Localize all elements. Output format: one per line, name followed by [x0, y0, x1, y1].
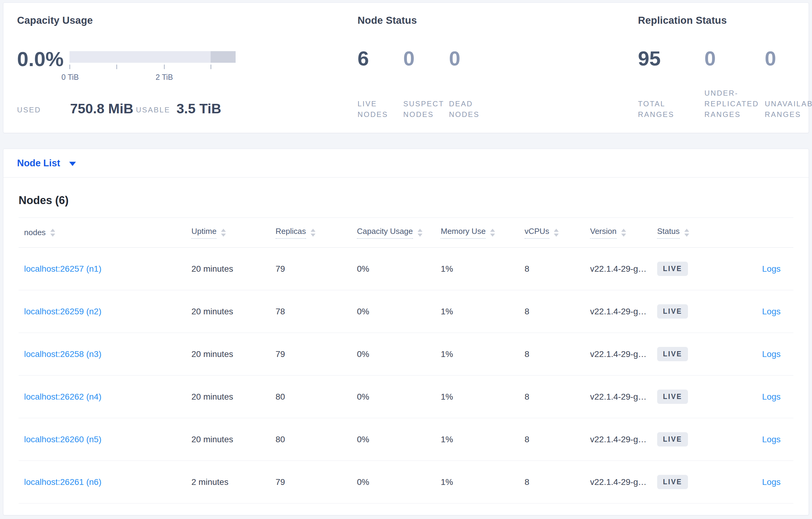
- column-header-uptime[interactable]: Uptime: [192, 226, 276, 239]
- column-header-capacity-usage[interactable]: Capacity Usage: [357, 226, 441, 239]
- version-cell: v22.1.4-29-g…: [590, 477, 657, 487]
- sort-icon: [221, 229, 226, 237]
- logs-link[interactable]: Logs: [762, 264, 781, 274]
- capacity-usage-title: Capacity Usage: [17, 14, 93, 26]
- column-header-status[interactable]: Status: [657, 226, 717, 239]
- vcpus-cell: 8: [525, 392, 590, 402]
- node-address-link[interactable]: localhost:26257 (n1): [24, 264, 102, 274]
- memory-use-cell: 1%: [441, 349, 525, 359]
- used-label: USED: [17, 106, 41, 114]
- status-badge: LIVE: [657, 304, 688, 318]
- replicas-cell: 79: [276, 477, 357, 487]
- cluster-overview-page: Capacity Usage 0.0% 0 TiB 2 TiB USED 750…: [0, 0, 812, 519]
- logs-link[interactable]: Logs: [762, 392, 781, 401]
- node-address-link[interactable]: localhost:26258 (n3): [24, 349, 102, 359]
- status-badge: LIVE: [657, 432, 688, 447]
- cluster-summary-card: Capacity Usage 0.0% 0 TiB 2 TiB USED 750…: [3, 2, 809, 133]
- vcpus-cell: 8: [525, 435, 590, 445]
- sort-icon: [50, 229, 55, 237]
- capacity-usage-bar: [69, 51, 236, 63]
- stat-dead-nodes: 0 DEAD NODES: [449, 48, 513, 120]
- status-badge: LIVE: [657, 262, 688, 276]
- node-address-link[interactable]: localhost:26259 (n2): [24, 307, 102, 316]
- node-list-dropdown-label: Node List: [17, 158, 60, 169]
- under-replicated-label: UNDER- REPLICATED RANGES: [704, 88, 759, 120]
- status-badge: LIVE: [657, 390, 688, 404]
- capacity-usage-cell: 0%: [357, 307, 441, 316]
- table-row: localhost:26257 (n1) 20 minutes 79 0% 1%…: [19, 248, 793, 290]
- replicas-cell: 79: [276, 264, 357, 274]
- version-cell: v22.1.4-29-g…: [590, 349, 657, 359]
- uptime-cell: 2 minutes: [192, 477, 276, 487]
- logs-link[interactable]: Logs: [762, 307, 781, 316]
- node-list-dropdown[interactable]: Node List: [3, 149, 809, 178]
- logs-link[interactable]: Logs: [762, 477, 781, 487]
- version-cell: v22.1.4-29-g…: [590, 435, 657, 445]
- column-header-replicas[interactable]: Replicas: [276, 226, 357, 239]
- memory-use-cell: 1%: [441, 435, 525, 445]
- capacity-usage-cell: 0%: [357, 435, 441, 445]
- total-ranges-label: TOTAL RANGES: [638, 98, 674, 120]
- replication-status-title: Replication Status: [638, 14, 727, 26]
- sort-icon: [417, 229, 423, 237]
- node-address-link[interactable]: localhost:26262 (n4): [24, 392, 102, 401]
- capacity-percent-value: 0.0%: [17, 49, 64, 70]
- memory-use-cell: 1%: [441, 307, 525, 316]
- logs-link[interactable]: Logs: [762, 435, 781, 444]
- usable-value: 3.5 TiB: [176, 101, 221, 116]
- capacity-usage-cell: 0%: [357, 349, 441, 359]
- vcpus-cell: 8: [525, 349, 590, 359]
- version-cell: v22.1.4-29-g…: [590, 307, 657, 316]
- capacity-usage-cell: 0%: [357, 392, 441, 402]
- column-header-memory-use[interactable]: Memory Use: [441, 226, 525, 239]
- capacity-bar-overflow-segment: [211, 51, 236, 63]
- version-cell: v22.1.4-29-g…: [590, 392, 657, 402]
- stat-unavailable-ranges: 0 UNAVAILABLE RANGES: [765, 48, 812, 120]
- memory-use-cell: 1%: [441, 264, 525, 274]
- chevron-down-icon: [69, 162, 76, 166]
- column-header-nodes[interactable]: nodes: [19, 228, 192, 237]
- table-row: localhost:26262 (n4) 20 minutes 80 0% 1%…: [19, 375, 793, 418]
- node-status-title: Node Status: [357, 14, 417, 26]
- memory-use-cell: 1%: [441, 392, 525, 402]
- uptime-cell: 20 minutes: [192, 307, 276, 316]
- capacity-used-usable-row: USED 750.8 MiB USABLE 3.5 TiB: [3, 100, 339, 116]
- logs-link[interactable]: Logs: [762, 349, 781, 359]
- replicas-cell: 80: [276, 392, 357, 402]
- memory-use-cell: 1%: [441, 477, 525, 487]
- stat-total-ranges: 95 TOTAL RANGES: [638, 48, 704, 120]
- axis-tick-label-0: 0 TiB: [62, 73, 79, 82]
- uptime-cell: 20 minutes: [192, 264, 276, 274]
- nodes-section-heading: Nodes (6): [19, 194, 68, 207]
- usable-label: USABLE: [136, 106, 170, 114]
- column-header-version[interactable]: Version: [590, 226, 657, 239]
- table-row: localhost:26258 (n3) 20 minutes 79 0% 1%…: [19, 333, 793, 375]
- replicas-cell: 80: [276, 435, 357, 445]
- axis-tick-label-2: 2 TiB: [156, 73, 173, 82]
- sort-icon: [554, 229, 559, 237]
- capacity-usage-cell: 0%: [357, 264, 441, 274]
- sort-icon: [621, 229, 626, 237]
- dead-nodes-value: 0: [449, 48, 513, 69]
- column-header-vcpus[interactable]: vCPUs: [525, 226, 590, 239]
- dead-nodes-label: DEAD NODES: [449, 98, 480, 120]
- live-nodes-label: LIVE NODES: [357, 98, 388, 120]
- node-address-link[interactable]: localhost:26260 (n5): [24, 435, 102, 444]
- capacity-usage-cell: 0%: [357, 477, 441, 487]
- status-badge: LIVE: [657, 347, 688, 361]
- sort-icon: [684, 229, 689, 237]
- node-address-link[interactable]: localhost:26261 (n6): [24, 477, 102, 487]
- version-cell: v22.1.4-29-g…: [590, 264, 657, 274]
- unavailable-ranges-value: 0: [765, 48, 812, 69]
- used-value: 750.8 MiB: [70, 101, 134, 116]
- nodes-table-header: nodes Uptime Replicas Capacity Usage Mem…: [19, 217, 793, 248]
- table-row: localhost:26261 (n6) 2 minutes 79 0% 1% …: [19, 461, 793, 503]
- uptime-cell: 20 minutes: [192, 392, 276, 402]
- total-ranges-value: 95: [638, 48, 704, 69]
- under-replicated-value: 0: [704, 48, 765, 69]
- stat-under-replicated-ranges: 0 UNDER- REPLICATED RANGES: [704, 48, 765, 120]
- suspect-nodes-label: SUSPECT NODES: [403, 98, 444, 120]
- vcpus-cell: 8: [525, 477, 590, 487]
- sort-icon: [490, 229, 495, 237]
- unavailable-ranges-label: UNAVAILABLE RANGES: [765, 98, 812, 120]
